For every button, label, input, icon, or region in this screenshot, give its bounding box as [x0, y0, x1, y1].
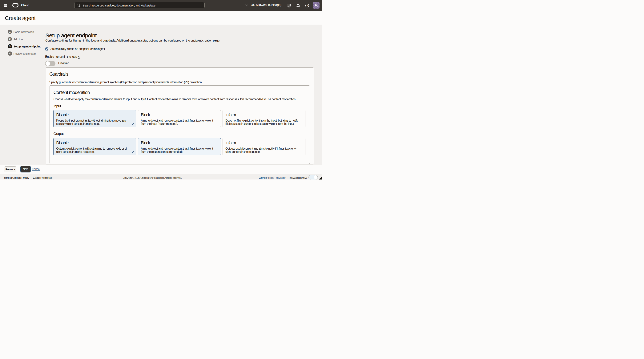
svg-text:i: i: [79, 56, 80, 58]
svg-text:?: ?: [306, 4, 308, 7]
